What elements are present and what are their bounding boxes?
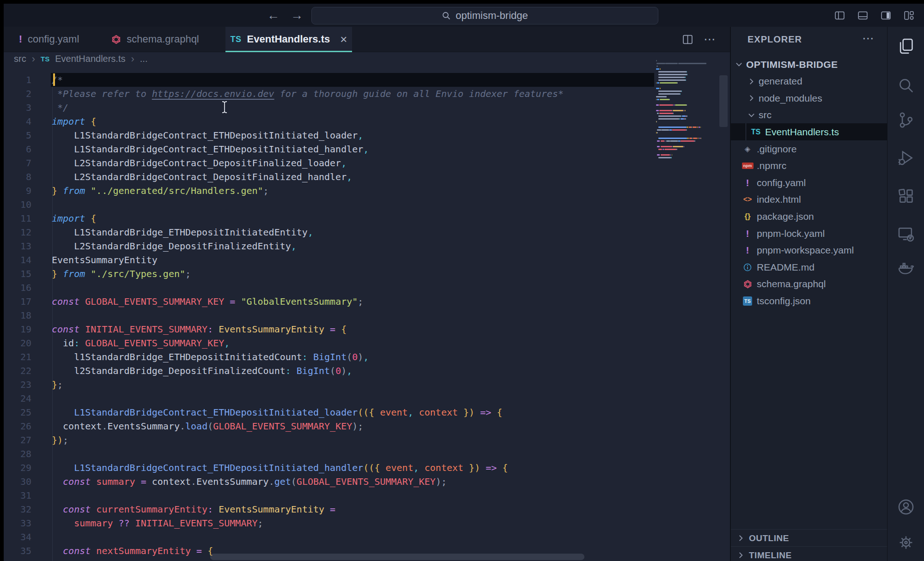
code-line[interactable]: 21 l1StandardBridge_ETHDepositInitiatedC…	[4, 350, 730, 364]
line-number: 12	[4, 225, 31, 239]
json-file-icon: {}	[742, 212, 753, 221]
line-number: 19	[4, 322, 31, 336]
remote-explorer-icon[interactable]	[897, 225, 915, 243]
tree-file-package-json[interactable]: {}package.json	[731, 208, 887, 225]
vertical-scrollbar-thumb[interactable]	[719, 75, 728, 127]
breadcrumb-file[interactable]: EventHandlers.ts	[55, 54, 125, 64]
settings-gear-icon[interactable]	[897, 534, 915, 551]
command-center-search[interactable]: optimism-bridge	[311, 7, 658, 24]
line-number: 35	[4, 544, 31, 558]
code-line[interactable]: 20 id: GLOBAL_EVENTS_SUMMARY_KEY,	[4, 336, 730, 350]
explorer-icon[interactable]	[897, 37, 915, 55]
tree-item-generated[interactable]: generated	[731, 73, 887, 90]
code-line[interactable]: 25 L1StandardBridgeContract_ETHDepositIn…	[4, 405, 730, 419]
code-line[interactable]: 6 L1StandardBridgeContract_ETHDepositIni…	[4, 142, 730, 156]
outline-section-header[interactable]: OUTLINE	[731, 529, 887, 547]
code-line[interactable]: 8 L2StandardBridgeContract_DepositFinali…	[4, 170, 730, 184]
tab-label: config.yaml	[28, 33, 79, 45]
code-line[interactable]: 1/*	[4, 73, 730, 87]
code-line[interactable]: 34	[4, 530, 730, 544]
tab-eventhandlers-ts[interactable]: TS EventHandlers.ts ×	[225, 27, 352, 52]
line-number: 29	[4, 461, 31, 475]
tree-file-config-yaml[interactable]: !config.yaml	[731, 174, 887, 191]
tree-file-readme-md[interactable]: README.md	[731, 259, 887, 276]
tree-file-index-html[interactable]: <>index.html	[731, 191, 887, 208]
editor-more-actions-icon[interactable]: ⋯	[704, 32, 716, 47]
sidebar-left-icon[interactable]	[834, 10, 845, 21]
explorer-more-actions-icon[interactable]: ⋯	[862, 31, 874, 46]
code-line[interactable]: 15} from "./src/Types.gen";	[4, 267, 730, 281]
line-number: 1	[4, 73, 31, 87]
code-line[interactable]: 11import {	[4, 211, 730, 225]
line-number: 22	[4, 364, 31, 378]
code-line[interactable]: 17const GLOBAL_EVENTS_SUMMARY_KEY = "Glo…	[4, 295, 730, 308]
sidebar-right-icon[interactable]	[880, 10, 892, 21]
search-icon[interactable]	[897, 77, 915, 94]
tree-file-pnpm-workspace-yaml[interactable]: !pnpm-workspace.yaml	[731, 242, 887, 259]
tab-close-icon[interactable]: ×	[340, 32, 347, 47]
breadcrumb: src › TS EventHandlers.ts › ...	[4, 52, 730, 66]
tree-item-optimism-bridge[interactable]: OPTIMISM-BRIDGE	[731, 56, 887, 73]
code-line[interactable]: 18	[4, 308, 730, 322]
timeline-section-header[interactable]: TIMELINE	[731, 546, 887, 561]
tree-item-label: EventHandlers.ts	[765, 127, 839, 138]
code-line[interactable]: 3 */	[4, 101, 730, 115]
code-line[interactable]: 26 context.EventsSummary.load(GLOBAL_EVE…	[4, 419, 730, 433]
code-line[interactable]: 27});	[4, 433, 730, 447]
code-line[interactable]: 31	[4, 489, 730, 502]
tree-file-schema-graphql[interactable]: schema.graphql	[731, 276, 887, 293]
breadcrumb-src[interactable]: src	[14, 54, 26, 64]
source-control-icon[interactable]	[897, 111, 915, 129]
code-editor[interactable]: 1/*2 *Please refer to https://docs.envio…	[4, 66, 730, 561]
docker-icon[interactable]	[897, 259, 915, 277]
tree-file-pnpm-lock-yaml[interactable]: !pnpm-lock.yaml	[731, 225, 887, 242]
split-editor-icon[interactable]	[682, 34, 693, 45]
code-line[interactable]: 28	[4, 447, 730, 461]
mouse-ibeam-cursor	[221, 101, 228, 114]
line-number: 18	[4, 308, 31, 322]
tree-item-label: index.html	[757, 194, 801, 205]
code-line[interactable]: 14EventsSummaryEntity	[4, 253, 730, 267]
code-line[interactable]: 24	[4, 392, 730, 405]
nav-forward-button[interactable]: →	[291, 8, 303, 23]
account-icon[interactable]	[897, 498, 915, 516]
customize-layout-icon[interactable]	[903, 10, 915, 21]
code-line[interactable]: 22 l2StandardBridge_DepositFinalizedCoun…	[4, 364, 730, 378]
panel-bottom-icon[interactable]	[857, 10, 869, 21]
tab-schema-graphql[interactable]: schema.graphql	[95, 27, 215, 52]
tree-item-label: config.yaml	[757, 177, 806, 188]
run-debug-icon[interactable]	[897, 149, 915, 167]
tree-file-tsconfig-json[interactable]: TStsconfig.json	[731, 292, 887, 309]
tree-item-node-modules[interactable]: node_modules	[731, 90, 887, 107]
code-line[interactable]: 4import {	[4, 115, 730, 128]
breadcrumb-symbol[interactable]: ...	[140, 54, 148, 64]
code-line[interactable]: 16	[4, 281, 730, 295]
tree-item-label: OPTIMISM-BRIDGE	[746, 59, 838, 70]
extensions-icon[interactable]	[897, 187, 915, 205]
horizontal-scrollbar-thumb[interactable]	[210, 554, 584, 560]
minimap[interactable]	[656, 60, 719, 208]
tree-file--npmrc[interactable]: npm.npmrc	[731, 157, 887, 175]
code-line[interactable]: 12 L1StandardBridge_ETHDepositInitiatedE…	[4, 225, 730, 239]
line-number: 27	[4, 433, 31, 447]
code-line[interactable]: 10	[4, 198, 730, 211]
npm-file-icon: npm	[742, 163, 753, 169]
code-line[interactable]: 32 const currentSummaryEntity: EventsSum…	[4, 502, 730, 516]
tab-config-yaml[interactable]: ! config.yaml	[8, 27, 90, 52]
tree-file-eventhandlers-ts[interactable]: TSEventHandlers.ts	[731, 123, 887, 140]
code-line[interactable]: 30 const summary = context.EventsSummary…	[4, 475, 730, 489]
html-file-icon: <>	[742, 195, 753, 204]
nav-back-button[interactable]: ←	[267, 8, 280, 23]
code-line[interactable]: 13 L2StandardBridge_DepositFinalizedEnti…	[4, 239, 730, 253]
code-line[interactable]: 2 *Please refer to https://docs.envio.de…	[4, 87, 730, 101]
code-line[interactable]: 33 summary ?? INITIAL_EVENTS_SUMMARY;	[4, 516, 730, 530]
code-line[interactable]: 29 L1StandardBridgeContract_ETHDepositIn…	[4, 461, 730, 475]
code-line[interactable]: 19const INITIAL_EVENTS_SUMMARY: EventsSu…	[4, 322, 730, 336]
code-line[interactable]: 5 L1StandardBridgeContract_ETHDepositIni…	[4, 128, 730, 142]
code-line[interactable]: 9} from "../generated/src/Handlers.gen";	[4, 184, 730, 198]
tree-file--gitignore[interactable]: ◈.gitignore	[731, 140, 887, 157]
tree-item-src[interactable]: src	[731, 107, 887, 124]
code-line[interactable]: 23};	[4, 378, 730, 392]
code-line[interactable]: 7 L2StandardBridgeContract_DepositFinali…	[4, 156, 730, 170]
line-number: 31	[4, 489, 31, 502]
